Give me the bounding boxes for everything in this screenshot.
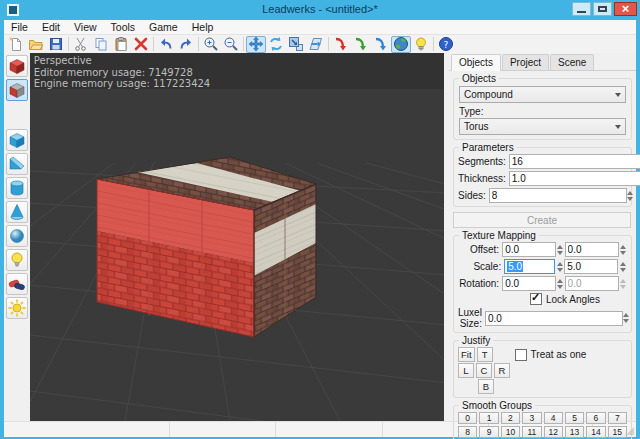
smooth-group-9-button[interactable]: 9 <box>479 426 498 438</box>
drop-red-button[interactable] <box>331 36 351 53</box>
sides-spinner[interactable] <box>627 188 633 203</box>
view-label: Perspective <box>34 55 210 67</box>
shear-tool-button[interactable] <box>306 36 326 53</box>
tab-scene[interactable]: Scene <box>550 54 594 70</box>
smooth-group-11-button[interactable]: 11 <box>522 426 541 438</box>
new-file-button[interactable] <box>6 36 26 53</box>
tool-bar: ? <box>4 35 636 53</box>
smooth-groups-label: Smooth Groups <box>459 400 535 411</box>
rotation-spinner[interactable] <box>556 276 564 291</box>
create-button[interactable]: Create <box>453 212 631 228</box>
smooth-group-0-button[interactable]: 0 <box>458 412 477 424</box>
redo-button[interactable] <box>176 36 196 53</box>
type-label: Type: <box>459 106 626 117</box>
smooth-group-13-button[interactable]: 13 <box>565 426 584 438</box>
justify-fit-button[interactable]: Fit <box>458 347 475 362</box>
open-file-button[interactable] <box>26 36 46 53</box>
justify-left-button[interactable]: L <box>458 363 474 378</box>
globe-toggle-button[interactable] <box>391 36 411 53</box>
zoom-out-button[interactable] <box>221 36 241 53</box>
title-bar[interactable]: Leadwerks - <untitled>* <box>0 0 640 20</box>
justify-center-button[interactable]: C <box>476 363 492 378</box>
justify-right-button[interactable]: R <box>494 363 510 378</box>
copy-button[interactable] <box>91 36 111 53</box>
model-tool-button[interactable] <box>6 273 28 295</box>
rotation-label: Rotation: <box>458 278 499 289</box>
smooth-group-1-button[interactable]: 1 <box>479 412 498 424</box>
status-resize-grip[interactable] <box>593 422 636 437</box>
justify-top-button[interactable]: T <box>477 347 493 362</box>
thickness-label: Thickness: <box>458 173 506 184</box>
segments-input[interactable] <box>509 154 640 169</box>
lock-angles-checkbox[interactable] <box>530 293 542 305</box>
menu-file[interactable]: File <box>4 21 35 33</box>
scene-object-box[interactable] <box>97 157 316 337</box>
environment-tool-button[interactable] <box>6 297 28 319</box>
objects-dropdown[interactable]: Compound <box>459 86 626 103</box>
light-toggle-button[interactable] <box>411 36 431 53</box>
cone-primitive-button[interactable] <box>6 201 28 223</box>
smooth-group-2-button[interactable]: 2 <box>501 412 520 424</box>
treat-as-one-checkbox[interactable] <box>515 349 527 361</box>
luxel-size-spinner[interactable] <box>623 311 629 326</box>
tab-objects[interactable]: Objects <box>451 54 501 71</box>
luxel-size-input[interactable] <box>485 311 623 326</box>
smooth-group-4-button[interactable]: 4 <box>544 412 563 424</box>
client-area: File Edit View Tools Game Help <box>4 20 636 435</box>
menu-view[interactable]: View <box>67 21 104 33</box>
rotation-input[interactable] <box>502 276 556 291</box>
offset-x-input[interactable] <box>502 242 556 257</box>
type-dropdown-value: Torus <box>464 121 488 132</box>
offset-x-spinner[interactable] <box>556 242 564 257</box>
cylinder-primitive-button[interactable] <box>6 177 28 199</box>
box-primitive-button[interactable] <box>6 129 28 151</box>
smooth-group-5-button[interactable]: 5 <box>565 412 584 424</box>
minimize-button[interactable] <box>572 2 591 16</box>
drop-blue-button[interactable] <box>371 36 391 53</box>
scale-y-spinner[interactable] <box>618 259 627 274</box>
type-dropdown[interactable]: Torus <box>459 118 626 135</box>
drop-green-button[interactable] <box>351 36 371 53</box>
move-tool-button[interactable] <box>246 36 266 53</box>
luxel-size-label: Luxel Size: <box>458 307 482 329</box>
smooth-group-10-button[interactable]: 10 <box>501 426 520 438</box>
object-mode-button[interactable] <box>6 55 28 77</box>
menu-edit[interactable]: Edit <box>35 21 67 33</box>
menu-game[interactable]: Game <box>142 21 185 33</box>
menu-help[interactable]: Help <box>185 21 221 33</box>
sides-label: Sides: <box>458 190 486 201</box>
sides-input[interactable] <box>489 188 627 203</box>
zoom-in-button[interactable] <box>201 36 221 53</box>
save-button[interactable] <box>46 36 66 53</box>
properties-panel: Objects Project Scene Objects Compound T… <box>449 53 636 421</box>
thickness-input[interactable] <box>509 171 640 186</box>
tab-project[interactable]: Project <box>502 54 549 70</box>
smooth-group-8-button[interactable]: 8 <box>458 426 477 438</box>
undo-button[interactable] <box>156 36 176 53</box>
close-button[interactable] <box>614 2 637 16</box>
sphere-primitive-button[interactable] <box>6 225 28 247</box>
maximize-button[interactable] <box>593 2 612 16</box>
delete-button[interactable] <box>131 36 151 53</box>
smooth-group-12-button[interactable]: 12 <box>544 426 563 438</box>
cut-button[interactable] <box>71 36 91 53</box>
rotate-tool-button[interactable] <box>266 36 286 53</box>
offset-y-spinner[interactable] <box>619 242 627 257</box>
face-mode-button[interactable] <box>6 79 28 101</box>
menu-bar: File Edit View Tools Game Help <box>4 20 636 35</box>
light-primitive-button[interactable] <box>6 249 28 271</box>
menu-tools[interactable]: Tools <box>104 21 143 33</box>
paste-button[interactable] <box>111 36 131 53</box>
scale-y-input[interactable] <box>564 259 618 274</box>
smooth-group-3-button[interactable]: 3 <box>522 412 541 424</box>
justify-bottom-button[interactable]: B <box>478 379 494 394</box>
scale-x-input[interactable]: 5.0 <box>504 259 555 274</box>
wedge-primitive-button[interactable] <box>6 153 28 175</box>
offset-y-input[interactable] <box>565 242 619 257</box>
parameters-group-label: Parameters <box>459 142 517 153</box>
3d-viewport[interactable]: Perspective Editor memory usage: 7149728… <box>30 53 444 421</box>
help-button[interactable]: ? <box>436 36 456 53</box>
rotation-2-input <box>565 276 619 291</box>
scale-x-spinner[interactable] <box>555 259 564 274</box>
scale-tool-button[interactable] <box>286 36 306 53</box>
